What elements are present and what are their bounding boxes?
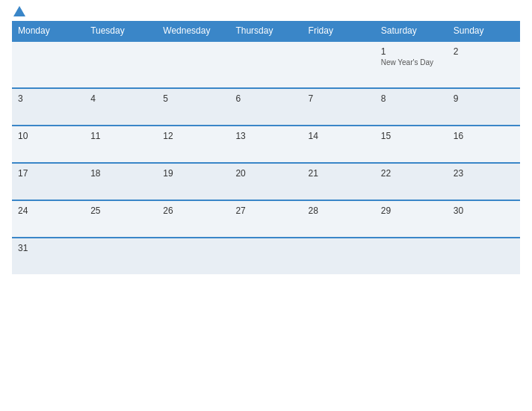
weekday-header-friday: Friday — [303, 21, 375, 41]
weekday-header-wednesday: Wednesday — [157, 21, 229, 41]
day-number: 8 — [381, 93, 442, 104]
calendar-day-cell: 28 — [303, 200, 375, 238]
calendar-day-cell: 21 — [303, 163, 375, 200]
calendar-container: MondayTuesdayWednesdayThursdayFridaySatu… — [0, 0, 532, 411]
calendar-day-cell: 25 — [84, 200, 157, 238]
day-number: 9 — [454, 93, 514, 104]
calendar-day-cell: 1New Year's Day — [375, 41, 448, 88]
day-number: 22 — [381, 168, 442, 179]
calendar-day-cell: 27 — [229, 200, 302, 238]
day-number: 30 — [454, 206, 514, 216]
day-number: 25 — [90, 206, 151, 216]
calendar-day-cell: 9 — [448, 88, 520, 126]
day-number: 7 — [309, 93, 369, 104]
calendar-day-cell — [157, 238, 229, 274]
day-number: 28 — [309, 206, 369, 216]
calendar-day-cell: 8 — [375, 88, 448, 126]
calendar-day-cell: 30 — [448, 200, 520, 238]
calendar-day-cell — [84, 238, 157, 274]
calendar-day-cell: 2 — [448, 41, 520, 88]
calendar-day-cell — [12, 41, 84, 88]
calendar-week-row: 1New Year's Day2 — [12, 41, 520, 88]
day-number: 20 — [235, 168, 296, 179]
day-number: 19 — [163, 168, 223, 179]
weekday-header-tuesday: Tuesday — [84, 21, 157, 41]
weekday-header-monday: Monday — [12, 21, 84, 41]
calendar-day-cell: 6 — [229, 88, 302, 126]
day-number: 6 — [235, 93, 296, 104]
calendar-week-row: 17181920212223 — [12, 163, 520, 200]
day-number: 31 — [18, 243, 78, 253]
day-number: 26 — [163, 206, 223, 216]
day-number: 14 — [309, 131, 369, 141]
calendar-day-cell: 19 — [157, 163, 229, 200]
day-number: 2 — [454, 46, 514, 57]
logo — [12, 7, 25, 16]
calendar-day-cell — [84, 41, 157, 88]
calendar-week-row: 31 — [12, 238, 520, 274]
calendar-day-cell: 11 — [84, 126, 157, 163]
calendar-week-row: 10111213141516 — [12, 126, 520, 163]
weekday-header-thursday: Thursday — [229, 21, 302, 41]
calendar-day-cell — [157, 41, 229, 88]
day-number: 11 — [90, 131, 151, 141]
day-number: 13 — [235, 131, 296, 141]
calendar-day-cell: 5 — [157, 88, 229, 126]
logo-triangle-icon — [13, 6, 25, 16]
calendar-day-cell: 12 — [157, 126, 229, 163]
calendar-day-cell — [375, 238, 448, 274]
calendar-day-cell: 23 — [448, 163, 520, 200]
calendar-day-cell — [448, 238, 520, 274]
day-number: 24 — [18, 206, 78, 216]
calendar-day-cell: 10 — [12, 126, 84, 163]
calendar-day-cell: 13 — [229, 126, 302, 163]
weekday-header-row: MondayTuesdayWednesdayThursdayFridaySatu… — [12, 21, 520, 41]
calendar-day-cell: 18 — [84, 163, 157, 200]
day-number: 5 — [163, 93, 223, 104]
day-number: 15 — [381, 131, 442, 141]
calendar-day-cell: 15 — [375, 126, 448, 163]
calendar-day-cell: 26 — [157, 200, 229, 238]
calendar-day-cell: 14 — [303, 126, 375, 163]
calendar-day-cell — [229, 41, 302, 88]
day-number: 23 — [454, 168, 514, 179]
weekday-header-sunday: Sunday — [448, 21, 520, 41]
calendar-day-cell: 17 — [12, 163, 84, 200]
day-number: 16 — [454, 131, 514, 141]
day-number: 17 — [18, 168, 78, 179]
calendar-day-cell: 22 — [375, 163, 448, 200]
day-number: 3 — [18, 93, 78, 104]
calendar-day-cell: 24 — [12, 200, 84, 238]
calendar-table: MondayTuesdayWednesdayThursdayFridaySatu… — [12, 21, 520, 274]
holiday-label: New Year's Day — [381, 58, 442, 67]
calendar-day-cell — [303, 238, 375, 274]
day-number: 1 — [381, 46, 442, 57]
calendar-day-cell: 4 — [84, 88, 157, 126]
day-number: 27 — [235, 206, 296, 216]
calendar-day-cell: 16 — [448, 126, 520, 163]
day-number: 4 — [90, 93, 151, 104]
day-number: 29 — [381, 206, 442, 216]
weekday-header-saturday: Saturday — [375, 21, 448, 41]
calendar-week-row: 24252627282930 — [12, 200, 520, 238]
calendar-day-cell: 20 — [229, 163, 302, 200]
day-number: 12 — [163, 131, 223, 141]
day-number: 18 — [90, 168, 151, 179]
calendar-day-cell: 31 — [12, 238, 84, 274]
day-number: 10 — [18, 131, 78, 141]
calendar-day-cell — [229, 238, 302, 274]
calendar-day-cell — [303, 41, 375, 88]
day-number: 21 — [309, 168, 369, 179]
calendar-day-cell: 3 — [12, 88, 84, 126]
header-row — [12, 7, 520, 16]
calendar-day-cell: 29 — [375, 200, 448, 238]
calendar-week-row: 3456789 — [12, 88, 520, 126]
calendar-day-cell: 7 — [303, 88, 375, 126]
